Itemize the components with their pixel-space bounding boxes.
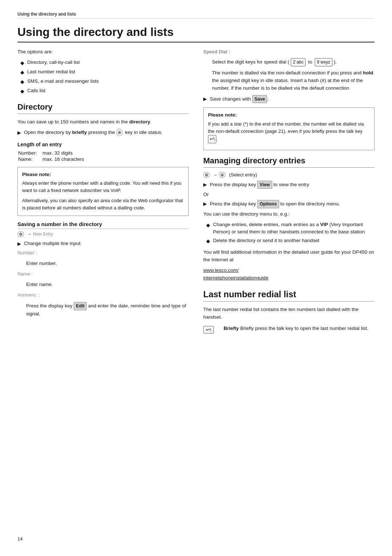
nav-circle-icon-left: ⊕	[203, 172, 210, 178]
key-2abc: 2 abc	[291, 58, 306, 66]
key-9wxyz: 9 wxyz	[315, 58, 332, 66]
length-number-val: max. 32 digits	[42, 150, 84, 156]
managing-menu-list: ◆ Change entries, delete entries, mark e…	[206, 221, 375, 245]
managing-section-title: Managing directory entries	[203, 156, 375, 168]
name-val-row: Enter name.	[17, 281, 189, 289]
bullet-diamond: ◆	[20, 69, 24, 76]
arrow-icon: ▶	[203, 200, 207, 208]
talk-key-icon: ↩\	[208, 135, 216, 143]
content-columns: The options are: ◆Directory, call-by-cal…	[17, 48, 375, 527]
arrow-icon: ▶	[203, 95, 207, 103]
talk-key-cell: ↩\	[203, 325, 218, 334]
length-table: Number: max. 32 digits Name: max. 16 cha…	[17, 150, 85, 163]
menu-intro-text: You can use the directory menu to, e.g.:	[203, 210, 375, 218]
please-note-2-text: If you add a star (*) to the end of the …	[208, 120, 370, 143]
page-number: 14	[17, 536, 375, 541]
managing-nav-row: ⊕ → ⊕ (Select entry)	[203, 172, 375, 178]
bullet-diamond: ◆	[20, 78, 24, 86]
options-item: ▶ Press the display key Options to open …	[203, 200, 375, 208]
directory-section-title: Directory	[17, 102, 189, 114]
number-val-row: Enter number.	[17, 260, 189, 267]
length-subsection-title: Length of an entry	[17, 142, 189, 147]
arrow-symbol: →	[27, 231, 32, 237]
bullet-diamond: ◆	[20, 59, 24, 67]
please-note-2-title: Please note:	[208, 111, 370, 119]
speed-dial-desc: The number is dialled via the non-defaul…	[212, 69, 375, 92]
annivers-val-row: Press the display key Edit and enter the…	[17, 302, 189, 318]
bullet-diamond: ◆	[206, 221, 210, 229]
nav-circle-icon: ⊕	[17, 231, 24, 237]
nav-key-icon: ⊕	[116, 129, 123, 136]
right-column: Speed Dial : Select the digit keys for s…	[203, 48, 375, 527]
directory-intro: You can save up to 150 numbers and names…	[17, 118, 189, 126]
arrow-icon: ▶	[17, 240, 21, 248]
list-item: ◆Calls list	[20, 87, 189, 95]
length-number-label: Number:	[18, 150, 42, 156]
nav-circle-icon-right: ⊕	[219, 172, 225, 178]
length-name-val: max. 16 characters	[42, 156, 84, 162]
briefly-description: Briefly Briefly press the talk key to op…	[224, 325, 368, 332]
page: Using the directory and lists Using the …	[0, 0, 392, 556]
or-text: Or	[203, 191, 375, 199]
options-list: ◆Directory, call-by-call list ◆Last numb…	[20, 59, 189, 95]
additional-info-text: You will find additional information in …	[203, 249, 375, 264]
website-link: www.tesco.com/ internetphoneinstallation…	[203, 267, 375, 282]
view-button[interactable]: View	[257, 181, 272, 189]
list-item: ◆ Delete the directory or send it to ano…	[206, 237, 375, 245]
intro-text: The options are:	[17, 48, 189, 56]
please-note-1-line1: Always enter the phone number with a dia…	[22, 180, 184, 194]
bullet-diamond: ◆	[206, 237, 210, 245]
managing-arrow: →	[213, 172, 217, 177]
edit-button[interactable]: Edit	[74, 302, 87, 310]
please-note-1-line2: Alternatively, you can also specify an a…	[22, 197, 184, 212]
annivers-label-row: Annivers. :	[17, 291, 189, 299]
please-note-2: Please note: If you add a star (*) to th…	[203, 107, 375, 150]
list-item: ◆Last number redial list	[20, 68, 189, 76]
new-entry-nav-row: ⊕ → New Entry	[17, 231, 189, 237]
left-column: The options are: ◆Directory, call-by-cal…	[17, 48, 189, 527]
arrow-icon: ▶	[203, 181, 207, 188]
arrow-icon: ▶	[17, 129, 21, 136]
view-entry-item: ▶ Press the display key View to view the…	[203, 181, 375, 189]
number-label-row: Number :	[17, 249, 189, 257]
speed-dial-keys-row: Select the digit keys for speed dial ( 2…	[212, 58, 375, 66]
page-title: Using the directory and lists	[17, 25, 375, 42]
speed-dial-label: Speed Dial :	[203, 48, 375, 56]
length-name-label: Name:	[18, 156, 42, 162]
talk-key-redial-icon: ↩\	[203, 326, 214, 334]
bullet-diamond: ◆	[20, 87, 24, 95]
top-label: Using the directory and lists	[17, 12, 375, 19]
name-label-row: Name :	[17, 270, 189, 278]
change-line-item: ▶ Change multiple line input:	[17, 240, 189, 248]
new-entry-label: New Entry	[33, 232, 53, 237]
last-number-text: The last number redial list contains the…	[203, 306, 375, 321]
briefly-row: ↩\ Briefly Briefly press the talk key to…	[203, 325, 375, 334]
length-name-row: Name: max. 16 characters	[18, 156, 84, 162]
speed-dial-content: Select the digit keys for speed dial ( 2…	[203, 58, 375, 92]
list-item: ◆SMS, e-mail and messenger lists	[20, 78, 189, 86]
options-button[interactable]: Options	[257, 200, 279, 208]
length-number-row: Number: max. 32 digits	[18, 150, 84, 156]
open-directory-item: ▶ Open the directory by briefly pressing…	[17, 129, 189, 136]
list-item: ◆Directory, call-by-call list	[20, 59, 189, 67]
list-item: ◆ Change entries, delete entries, mark e…	[206, 221, 375, 236]
save-button[interactable]: Save	[252, 95, 267, 103]
please-note-1-title: Please note:	[22, 171, 184, 178]
last-number-section-title: Last number redial list	[203, 289, 375, 302]
saving-subsection-title: Saving a number in the directory	[17, 221, 189, 229]
please-note-1: Please note: Always enter the phone numb…	[17, 167, 189, 216]
save-changes-row: ▶ Save changes with Save.	[203, 95, 375, 103]
